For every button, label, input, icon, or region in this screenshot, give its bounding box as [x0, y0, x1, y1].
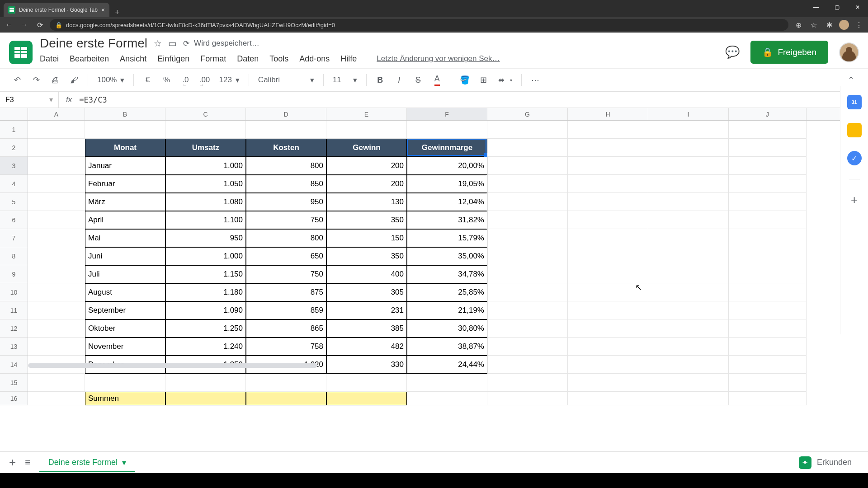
- cell[interactable]: [729, 319, 807, 338]
- cell[interactable]: 12,04%: [407, 193, 487, 211]
- undo-button[interactable]: ↶: [9, 72, 25, 88]
- cell[interactable]: 200: [326, 157, 407, 175]
- cell[interactable]: [487, 193, 568, 211]
- horizontal-scrollbar[interactable]: [28, 363, 317, 368]
- col-header-E[interactable]: E: [326, 108, 407, 120]
- row-header-13[interactable]: 13: [0, 338, 28, 356]
- cell[interactable]: 1.150: [165, 265, 246, 283]
- cell[interactable]: Mai: [85, 229, 165, 247]
- redo-button[interactable]: ↷: [28, 72, 44, 88]
- cell[interactable]: [648, 356, 729, 374]
- menu-file[interactable]: Datei: [40, 54, 59, 64]
- sheets-logo[interactable]: [9, 41, 33, 64]
- more-toolbar-button[interactable]: ⋯: [527, 72, 543, 88]
- cell[interactable]: [246, 121, 326, 139]
- cell[interactable]: 24,44%: [407, 356, 487, 374]
- cell[interactable]: [648, 338, 729, 356]
- forward-icon[interactable]: →: [19, 21, 30, 29]
- col-header-H[interactable]: H: [568, 108, 648, 120]
- cell[interactable]: Januar: [85, 157, 165, 175]
- cell[interactable]: September: [85, 301, 165, 319]
- cell[interactable]: 1.240: [165, 338, 246, 356]
- formula-input[interactable]: =E3/C3: [79, 95, 868, 104]
- cell[interactable]: [28, 319, 85, 338]
- cell[interactable]: [487, 265, 568, 283]
- cell[interactable]: Summen: [85, 392, 165, 405]
- cell[interactable]: [729, 301, 807, 319]
- cell[interactable]: [487, 211, 568, 229]
- cell[interactable]: Gewinn: [326, 139, 407, 157]
- cell[interactable]: 15,79%: [407, 229, 487, 247]
- cell[interactable]: [729, 247, 807, 265]
- share-button[interactable]: 🔒 Freigeben: [750, 41, 828, 64]
- cell[interactable]: [487, 121, 568, 139]
- cell[interactable]: [648, 211, 729, 229]
- cell[interactable]: [729, 265, 807, 283]
- cell[interactable]: [568, 338, 648, 356]
- col-header-J[interactable]: J: [729, 108, 807, 120]
- borders-button[interactable]: ⊞: [476, 72, 492, 88]
- cell[interactable]: [729, 139, 807, 157]
- cell[interactable]: 350: [326, 247, 407, 265]
- cell[interactable]: [729, 374, 807, 392]
- row-header-10[interactable]: 10: [0, 283, 28, 301]
- cell[interactable]: 758: [246, 338, 326, 356]
- cell[interactable]: 150: [326, 229, 407, 247]
- cell[interactable]: [568, 392, 648, 405]
- col-header-I[interactable]: I: [648, 108, 729, 120]
- cell[interactable]: [568, 374, 648, 392]
- menu-edit[interactable]: Bearbeiten: [70, 54, 109, 64]
- bold-button[interactable]: B: [372, 72, 388, 88]
- cell[interactable]: 1.100: [165, 211, 246, 229]
- cell[interactable]: [326, 374, 407, 392]
- cell[interactable]: [648, 139, 729, 157]
- col-header-B[interactable]: B: [85, 108, 165, 120]
- cell[interactable]: [487, 319, 568, 338]
- cell[interactable]: 750: [246, 265, 326, 283]
- cell[interactable]: 330: [326, 356, 407, 374]
- address-bar[interactable]: 🔒 docs.google.com/spreadsheets/d/1GE-twI…: [50, 19, 788, 31]
- cell[interactable]: 31,82%: [407, 211, 487, 229]
- cell[interactable]: [648, 157, 729, 175]
- cell[interactable]: [648, 247, 729, 265]
- cell[interactable]: 200: [326, 175, 407, 193]
- text-color-button[interactable]: A: [429, 72, 445, 88]
- calendar-app-icon[interactable]: [847, 95, 862, 109]
- cell[interactable]: 350: [326, 211, 407, 229]
- cell[interactable]: [568, 193, 648, 211]
- cell[interactable]: Monat: [85, 139, 165, 157]
- merge-cells-button[interactable]: ⬌▾: [495, 72, 516, 88]
- cell[interactable]: [326, 392, 407, 405]
- tasks-app-icon[interactable]: [847, 151, 862, 165]
- menu-view[interactable]: Ansicht: [120, 54, 146, 64]
- extensions-icon[interactable]: ✱: [824, 21, 835, 29]
- row-header-16[interactable]: 16: [0, 392, 28, 405]
- cell[interactable]: 400: [326, 265, 407, 283]
- cell[interactable]: 130: [326, 193, 407, 211]
- cell[interactable]: [85, 121, 165, 139]
- cell-reference-box[interactable]: F3 ▾: [0, 92, 59, 108]
- row-header-6[interactable]: 6: [0, 211, 28, 229]
- comments-icon[interactable]: 💬: [725, 45, 740, 59]
- cell[interactable]: 19,05%: [407, 175, 487, 193]
- row-header-2[interactable]: 2: [0, 139, 28, 157]
- cell[interactable]: [729, 283, 807, 301]
- profile-icon[interactable]: [839, 20, 849, 30]
- cell[interactable]: [407, 121, 487, 139]
- cell[interactable]: [568, 265, 648, 283]
- select-all-corner[interactable]: [0, 108, 28, 120]
- cell[interactable]: 950: [165, 229, 246, 247]
- menu-icon[interactable]: ⋮: [854, 21, 864, 29]
- cell[interactable]: [487, 356, 568, 374]
- menu-addons[interactable]: Add-ons: [299, 54, 330, 64]
- cell[interactable]: [568, 175, 648, 193]
- cell[interactable]: [648, 301, 729, 319]
- cell[interactable]: August: [85, 283, 165, 301]
- cell[interactable]: [568, 139, 648, 157]
- cell[interactable]: [729, 338, 807, 356]
- cell[interactable]: [407, 392, 487, 405]
- tab-close-icon[interactable]: ×: [101, 6, 105, 14]
- cell[interactable]: 305: [326, 283, 407, 301]
- font-size-select[interactable]: 11▾: [329, 72, 361, 88]
- cell[interactable]: [85, 374, 165, 392]
